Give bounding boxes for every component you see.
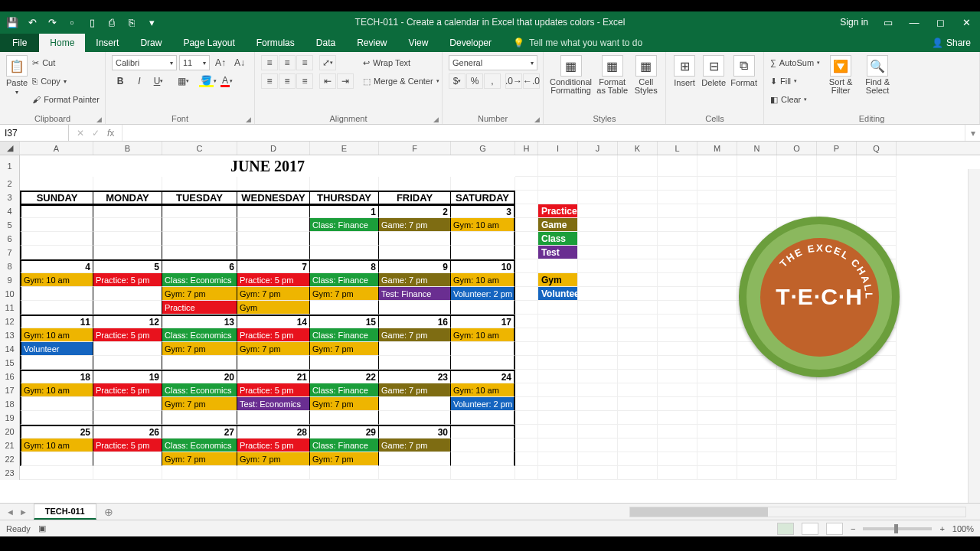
cell[interactable] [618, 439, 658, 452]
find-select-button[interactable]: 🔍Find & Select [861, 55, 893, 95]
cell[interactable] [658, 155, 697, 177]
column-headers[interactable]: ◢ABCDEFGHIJKLMNOPQ [0, 142, 980, 155]
expand-formula-icon[interactable]: ▾ [965, 125, 980, 141]
cell[interactable] [618, 287, 658, 301]
cell[interactable] [618, 328, 658, 342]
row-header[interactable]: 7 [0, 246, 20, 259]
event-cell[interactable]: Class: Economics [162, 328, 237, 342]
cell[interactable] [578, 204, 618, 218]
event-cell[interactable]: Practice: 5 pm [237, 439, 310, 452]
cell[interactable] [451, 246, 515, 259]
cell[interactable] [697, 177, 737, 191]
cell[interactable] [451, 439, 515, 452]
cell[interactable] [618, 301, 658, 315]
cut-button[interactable]: ✂Cut [32, 55, 100, 70]
event-cell[interactable]: Practice: 5 pm [93, 439, 162, 452]
cell[interactable] [578, 218, 618, 232]
cell[interactable] [817, 397, 857, 411]
row-header[interactable]: 15 [0, 356, 20, 370]
cell[interactable] [658, 177, 697, 191]
cell[interactable] [857, 411, 897, 425]
cell[interactable] [578, 301, 618, 315]
cell[interactable] [162, 356, 237, 370]
cell[interactable] [737, 191, 777, 204]
tab-developer[interactable]: Developer [439, 34, 502, 52]
quickprint-icon[interactable]: ⎙ [106, 16, 118, 28]
close-icon[interactable]: ✕ [960, 16, 972, 28]
decrease-indent-icon[interactable]: ⇤ [319, 73, 336, 89]
cell[interactable] [618, 452, 658, 466]
fill-color-button[interactable]: 🪣▾ [199, 73, 216, 89]
copy-button[interactable]: ⎘Copy ▾ [32, 73, 100, 89]
cell[interactable] [93, 246, 162, 259]
cell[interactable] [20, 287, 93, 301]
cell[interactable] [93, 452, 162, 466]
cell[interactable] [697, 397, 737, 411]
cell[interactable] [697, 356, 737, 370]
cell[interactable] [618, 356, 658, 370]
cell[interactable] [658, 466, 697, 480]
dialog-launcher-icon[interactable]: ◢ [96, 116, 102, 123]
row-header[interactable]: 17 [0, 383, 20, 397]
col-header-B[interactable]: B [93, 142, 162, 155]
row-header[interactable]: 23 [0, 466, 20, 480]
cell[interactable] [737, 397, 777, 411]
font-size-select[interactable]: 11▾ [179, 55, 210, 70]
event-cell[interactable]: Gym: 10 am [20, 273, 93, 287]
redo-icon[interactable]: ↷ [46, 16, 58, 28]
cell[interactable] [857, 397, 897, 411]
cell[interactable] [618, 259, 658, 273]
cell[interactable] [310, 356, 379, 370]
cell[interactable] [697, 411, 737, 425]
cell[interactable] [658, 328, 697, 342]
col-header-P[interactable]: P [817, 142, 857, 155]
percent-icon[interactable]: % [466, 73, 483, 89]
worksheet-grid[interactable]: ◢ABCDEFGHIJKLMNOPQ 1JUNE 201723SUNDAYMON… [0, 142, 980, 503]
page-break-view-icon[interactable] [826, 523, 843, 535]
row-header[interactable]: 14 [0, 342, 20, 356]
cell[interactable] [658, 287, 697, 301]
cell[interactable] [578, 466, 618, 480]
tab-pagelayout[interactable]: Page Layout [172, 34, 245, 52]
row-header[interactable]: 20 [0, 425, 20, 439]
cell[interactable] [658, 342, 697, 356]
cell[interactable] [697, 328, 737, 342]
signin-link[interactable]: Sign in [840, 17, 868, 28]
cell-styles-button[interactable]: ▦Cell Styles [632, 55, 659, 95]
event-cell[interactable]: Gym: 7 pm [310, 287, 379, 301]
fill-button[interactable]: ⬇Fill ▾ [770, 73, 820, 89]
cell[interactable] [451, 411, 515, 425]
col-header-O[interactable]: O [777, 142, 817, 155]
event-cell[interactable]: Practice: 5 pm [93, 273, 162, 287]
format-cells-button[interactable]: ⧉Format [730, 55, 757, 87]
cell[interactable] [658, 425, 697, 439]
cell[interactable] [578, 411, 618, 425]
cell[interactable] [578, 439, 618, 452]
cell[interactable] [20, 397, 93, 411]
cell[interactable] [379, 411, 451, 425]
cell[interactable] [93, 411, 162, 425]
cell[interactable] [658, 273, 697, 287]
cell[interactable] [857, 466, 897, 480]
event-cell[interactable]: Class: Finance [310, 328, 379, 342]
event-cell[interactable]: Class: Economics [162, 273, 237, 287]
tab-view[interactable]: View [398, 34, 439, 52]
cell[interactable] [451, 452, 515, 466]
col-header-K[interactable]: K [618, 142, 658, 155]
cell[interactable] [538, 301, 578, 315]
cell[interactable] [697, 246, 737, 259]
cell[interactable] [451, 232, 515, 246]
cell[interactable] [379, 301, 451, 315]
event-cell[interactable]: Gym: 7 pm [237, 287, 310, 301]
borders-button[interactable]: ▦▾ [175, 73, 191, 89]
printpreview-icon[interactable]: ⎘ [126, 16, 138, 28]
cell[interactable] [538, 177, 578, 191]
cell[interactable] [538, 383, 578, 397]
cell[interactable] [658, 397, 697, 411]
event-cell[interactable]: Class: Finance [310, 439, 379, 452]
cell[interactable] [162, 411, 237, 425]
dialog-launcher-icon[interactable]: ◢ [433, 116, 439, 123]
new-file-icon[interactable]: ▫ [66, 16, 78, 28]
cell[interactable] [618, 383, 658, 397]
cell[interactable] [20, 218, 93, 232]
